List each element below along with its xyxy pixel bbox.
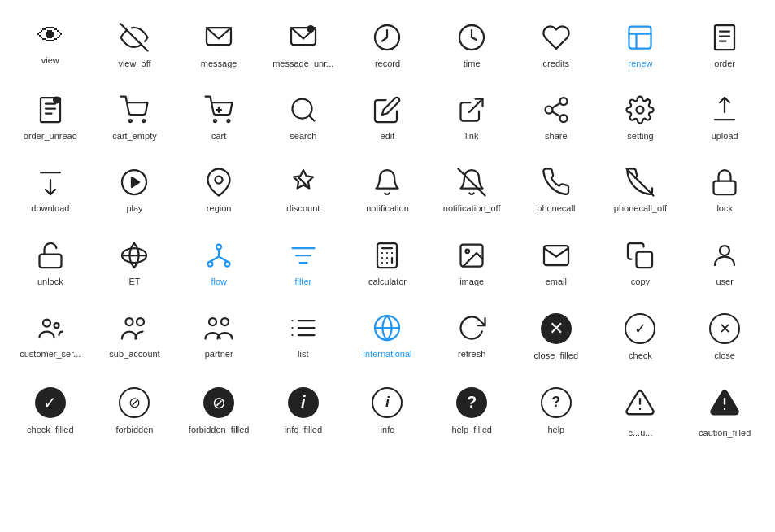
customer_ser-label: customer_ser... xyxy=(20,349,81,360)
lock-icon xyxy=(710,168,739,197)
message-label: message xyxy=(201,59,237,69)
discount-label: discount xyxy=(286,203,320,214)
icon-item-forbidden_filled: ⊘forbidden_filled xyxy=(176,373,261,450)
email-label: email xyxy=(546,277,567,287)
svg-point-18 xyxy=(129,120,132,122)
search-icon xyxy=(289,95,318,124)
svg-rect-9 xyxy=(715,25,734,50)
check-icon: ✓ xyxy=(625,313,655,344)
record-icon xyxy=(372,23,402,52)
play-label: play xyxy=(126,203,142,214)
icon-item-region: region xyxy=(176,153,261,225)
flow-icon xyxy=(204,241,233,270)
icon-item-unlock: unlock xyxy=(8,226,93,299)
link-icon xyxy=(457,95,486,124)
icon-item-credits: credits xyxy=(514,8,599,81)
link-label: link xyxy=(465,131,479,142)
share-icon xyxy=(542,95,571,124)
svg-point-37 xyxy=(216,177,223,184)
icon-item-record: record xyxy=(346,8,430,81)
notification_off-label: notification_off xyxy=(443,203,501,214)
icon-item-discount: discount xyxy=(261,153,346,225)
calculator-label: calculator xyxy=(368,277,407,287)
phonecall_off-icon xyxy=(625,168,655,197)
icon-item-notification_off: notification_off xyxy=(429,153,514,225)
list-label: list xyxy=(298,349,308,360)
time-label: time xyxy=(464,59,481,69)
svg-point-19 xyxy=(143,120,146,122)
icon-item-phonecall_off: phonecall_off xyxy=(599,153,683,225)
icon-item-phonecall: phonecall xyxy=(514,153,599,225)
help_filled-icon: ? xyxy=(456,387,487,418)
icon-item-close_filled: ✕close_filled xyxy=(514,299,599,373)
ET-label: ET xyxy=(128,277,140,287)
svg-point-72 xyxy=(209,318,216,325)
svg-point-29 xyxy=(559,115,567,122)
close_filled-icon: ✕ xyxy=(541,313,572,344)
icon-item-ET: ET xyxy=(93,226,177,299)
customer_ser-icon xyxy=(36,313,65,342)
svg-rect-6 xyxy=(629,27,651,49)
download-icon xyxy=(36,168,65,197)
icon-item-play: play xyxy=(93,153,177,225)
svg-point-28 xyxy=(545,107,552,114)
svg-point-71 xyxy=(137,318,144,325)
help-icon: ? xyxy=(541,387,572,418)
phonecall-label: phonecall xyxy=(537,203,575,214)
icon-item-help: ?help xyxy=(514,373,599,450)
svg-point-21 xyxy=(228,120,230,122)
copy-icon xyxy=(625,241,655,270)
icon-item-edit: edit xyxy=(346,81,430,153)
icon-item-email: email xyxy=(514,226,599,299)
svg-point-73 xyxy=(221,318,229,325)
icon-item-link: link xyxy=(429,81,514,153)
phonecall-icon xyxy=(542,168,571,197)
unlock-label: unlock xyxy=(37,277,63,287)
svg-line-50 xyxy=(219,256,228,261)
icon-item-check_filled: ✓check_filled xyxy=(8,373,93,450)
icon-item-help_filled: ?help_filled xyxy=(429,373,514,450)
icon-item-download: download xyxy=(8,153,93,225)
message_unr-icon xyxy=(289,23,318,52)
notification-label: notification xyxy=(366,203,409,214)
icon-item-order_unread: order_unread xyxy=(8,81,93,153)
close-label: close xyxy=(714,351,735,361)
renew-icon xyxy=(625,23,655,52)
cart_empty-icon xyxy=(120,95,149,124)
caution_filled-label: caution_filled xyxy=(699,428,751,438)
icon-item-info: iinfo xyxy=(346,373,430,450)
international-icon xyxy=(372,313,402,342)
refresh-label: refresh xyxy=(458,349,485,360)
icon-item-share: share xyxy=(514,81,599,153)
icon-item-customer_ser: customer_ser... xyxy=(8,299,93,373)
svg-point-17 xyxy=(53,97,60,104)
email-icon xyxy=(542,241,571,270)
play-icon xyxy=(120,168,149,197)
edit-label: edit xyxy=(381,131,395,142)
time-icon xyxy=(457,23,486,52)
icon-item-copy: copy xyxy=(599,226,683,299)
upload-icon xyxy=(710,95,739,124)
icon-item-renew: renew xyxy=(599,8,683,81)
order_unread-icon xyxy=(36,95,65,124)
record-label: record xyxy=(375,59,400,69)
svg-line-39 xyxy=(459,169,485,196)
help_filled-label: help_filled xyxy=(451,425,492,435)
ET-icon xyxy=(120,241,149,270)
search-label: search xyxy=(290,131,316,142)
caution_filled-icon xyxy=(709,387,740,421)
icon-item-calculator: calculator xyxy=(346,226,430,299)
icon-item-search: search xyxy=(261,81,346,153)
filter-icon xyxy=(289,241,318,270)
view_off-label: view_off xyxy=(118,59,150,69)
icon-item-check: ✓check xyxy=(599,299,683,373)
svg-rect-42 xyxy=(39,254,61,268)
svg-rect-66 xyxy=(637,251,653,268)
icon-grid: 👁viewview_offmessagemessage_unr...record… xyxy=(8,8,767,450)
cart-icon xyxy=(204,95,233,124)
credits-icon xyxy=(542,23,571,52)
svg-point-65 xyxy=(466,249,470,253)
setting-icon xyxy=(625,95,655,124)
icon-item-user: user xyxy=(682,226,767,299)
partner-label: partner xyxy=(205,349,233,360)
